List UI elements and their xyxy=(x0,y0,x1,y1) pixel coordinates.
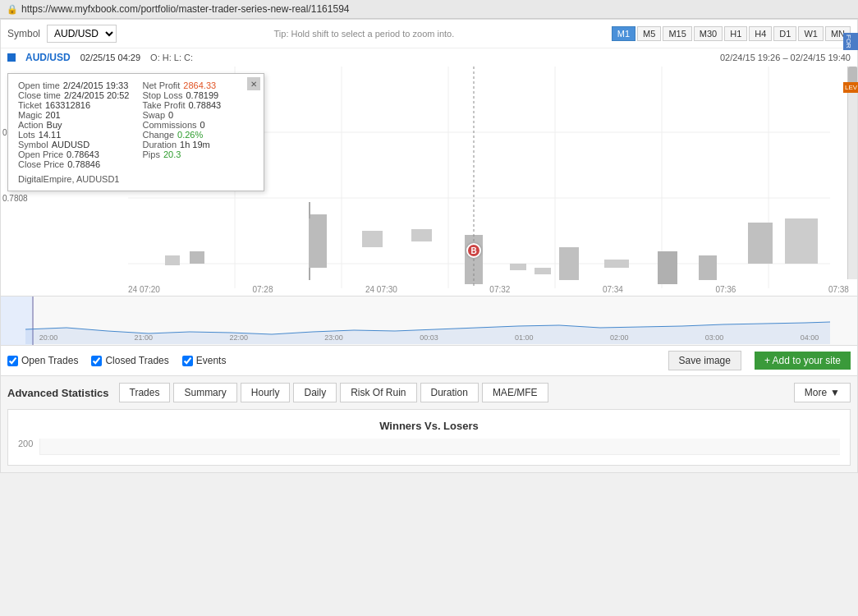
stats-tab-duration[interactable]: Duration xyxy=(420,383,479,402)
closed-trades-checkbox-item[interactable]: Closed Trades xyxy=(91,355,168,366)
open-trades-checkbox-item[interactable]: Open Trades xyxy=(7,355,78,366)
tt-swap-value: 0 xyxy=(168,110,173,120)
svg-rect-22 xyxy=(699,255,717,280)
tt-lots-value: 14.11 xyxy=(39,130,62,140)
stats-tab-mae[interactable]: MAE/MFE xyxy=(482,383,548,402)
svg-rect-20 xyxy=(604,260,629,268)
tt-pips-value: 20.3 xyxy=(163,149,181,159)
svg-rect-15 xyxy=(411,229,432,241)
stats-content: Winners Vs. Losers 200 xyxy=(7,409,851,466)
pair-label: AUD/USD xyxy=(25,52,71,63)
y-axis-200-label: 200 xyxy=(18,439,33,448)
tt-open-price-label: Open Price xyxy=(18,149,63,159)
tf-m5[interactable]: M5 xyxy=(637,26,661,41)
chart-placeholder xyxy=(39,439,840,455)
x-label-0: 24 07:20 xyxy=(128,285,160,294)
tt-open-price-value: 0.78643 xyxy=(67,149,99,159)
chart-scrollbar[interactable] xyxy=(847,67,857,279)
more-label: More xyxy=(805,387,827,398)
tt-pips-label: Pips xyxy=(143,149,160,159)
tf-h1[interactable]: H1 xyxy=(724,26,747,41)
tooltip-close-button[interactable]: ✕ xyxy=(247,77,260,90)
tf-m15[interactable]: M15 xyxy=(663,26,691,41)
tt-change-label: Change xyxy=(143,130,175,140)
tt-close-price-label: Close Price xyxy=(18,159,64,169)
tt-change-value: 0.26% xyxy=(177,130,203,140)
events-label: Events xyxy=(196,355,227,366)
lock-icon: 🔒 xyxy=(7,4,18,15)
svg-rect-12 xyxy=(309,202,310,218)
sidebar-ad-lev: LEV xyxy=(843,82,858,93)
x-label-2: 24 07:30 xyxy=(365,285,397,294)
stats-tab-summary[interactable]: Summary xyxy=(173,383,236,402)
stats-tab-trades[interactable]: Trades xyxy=(119,383,171,402)
tt-action-value: Buy xyxy=(47,120,62,130)
closed-trades-label: Closed Trades xyxy=(105,355,168,366)
chart-area[interactable]: 0.7812 0.7808 B 24 07:20 07:28 24 07:30 … xyxy=(1,67,857,297)
ov-label-4: 00:03 xyxy=(420,333,438,342)
price-lower: 0.7808 xyxy=(2,194,28,203)
symbol-select[interactable]: AUD/USD EUR/USD USD/JPY xyxy=(47,25,117,43)
browser-url: https://www.myfxbook.com/portfolio/maste… xyxy=(21,3,350,15)
ov-label-8: 04:00 xyxy=(801,333,819,342)
x-label-3: 07:32 xyxy=(489,285,510,294)
tt-take-profit-label: Take Profit xyxy=(143,100,186,110)
trade-tooltip: ✕ Open time 2/24/2015 19:33 Close time 2… xyxy=(7,73,264,191)
save-image-button[interactable]: Save image xyxy=(668,351,741,370)
events-checkbox-item[interactable]: Events xyxy=(182,355,227,366)
tt-symbol-value: AUDUSD xyxy=(52,140,89,149)
symbol-label: Symbol xyxy=(7,28,40,39)
svg-rect-24 xyxy=(785,218,818,264)
ov-label-2: 22:00 xyxy=(229,333,248,342)
tt-net-profit-value: 2864.33 xyxy=(183,80,216,90)
ov-label-7: 03:00 xyxy=(705,333,724,342)
stats-section: Advanced Statistics Trades Summary Hourl… xyxy=(1,375,857,472)
stats-header: Advanced Statistics Trades Summary Hourl… xyxy=(7,383,851,402)
chart-toolbar: Symbol AUD/USD EUR/USD USD/JPY Tip: Hold… xyxy=(1,20,857,48)
tf-h4[interactable]: H4 xyxy=(749,26,772,41)
tt-magic-value: 201 xyxy=(45,110,60,120)
svg-rect-11 xyxy=(309,214,327,268)
svg-rect-21 xyxy=(658,251,677,284)
tt-close-time-label: Close time xyxy=(18,90,61,100)
browser-bar: 🔒 https://www.myfxbook.com/portfolio/mas… xyxy=(0,0,858,19)
tf-w1[interactable]: W1 xyxy=(798,26,824,41)
tt-action-label: Action xyxy=(18,120,44,130)
tt-lots-label: Lots xyxy=(18,130,35,140)
add-to-site-button[interactable]: + Add to your site xyxy=(755,352,851,370)
tt-commissions-value: 0 xyxy=(200,120,205,130)
ov-label-3: 23:00 xyxy=(324,333,343,342)
events-checkbox[interactable] xyxy=(182,356,193,366)
stats-tab-daily[interactable]: Daily xyxy=(293,383,337,402)
svg-rect-18 xyxy=(535,268,551,274)
pair-indicator xyxy=(7,53,16,62)
tf-d1[interactable]: D1 xyxy=(773,26,796,41)
ov-label-6: 02:00 xyxy=(610,333,629,342)
stats-tab-hourly[interactable]: Hourly xyxy=(241,383,291,402)
tooltip-footer: DigitalEmpire, AUDUSD1 xyxy=(18,174,254,184)
chevron-down-icon: ▼ xyxy=(830,387,840,398)
tf-m30[interactable]: M30 xyxy=(694,26,723,41)
tt-close-price-value: 0.78846 xyxy=(67,159,100,169)
tf-m1[interactable]: M1 xyxy=(612,26,635,41)
date-range: 02/24/15 19:26 – 02/24/15 19:40 xyxy=(720,53,851,62)
tt-swap-label: Swap xyxy=(143,110,166,120)
svg-rect-13 xyxy=(309,268,310,280)
ohlc-label: O: H: L: C: xyxy=(150,53,193,62)
overview-strip[interactable]: 20:00 21:00 22:00 23:00 00:03 01:00 02:0… xyxy=(1,297,857,346)
tt-ticket-label: Ticket xyxy=(18,100,42,110)
ov-label-1: 21:00 xyxy=(135,333,154,342)
date-display: 02/25/15 04:29 xyxy=(80,53,140,62)
ov-label-0: 20:00 xyxy=(39,333,58,342)
stats-tab-risk[interactable]: Risk Of Ruin xyxy=(340,383,416,402)
winners-vs-losers-title: Winners Vs. Losers xyxy=(18,420,840,432)
trade-marker-b[interactable]: B xyxy=(466,243,481,258)
open-trades-checkbox[interactable] xyxy=(7,356,18,366)
closed-trades-checkbox[interactable] xyxy=(91,356,102,366)
timeframe-buttons: M1 M5 M15 M30 H1 H4 D1 W1 MN xyxy=(612,26,851,41)
tt-take-profit-value: 0.78843 xyxy=(188,100,221,110)
open-trades-label: Open Trades xyxy=(21,355,78,366)
more-button[interactable]: More ▼ xyxy=(794,383,851,402)
sidebar-ad-for: FOR xyxy=(843,33,858,50)
overview-labels: 20:00 21:00 22:00 23:00 00:03 01:00 02:0… xyxy=(1,333,857,342)
